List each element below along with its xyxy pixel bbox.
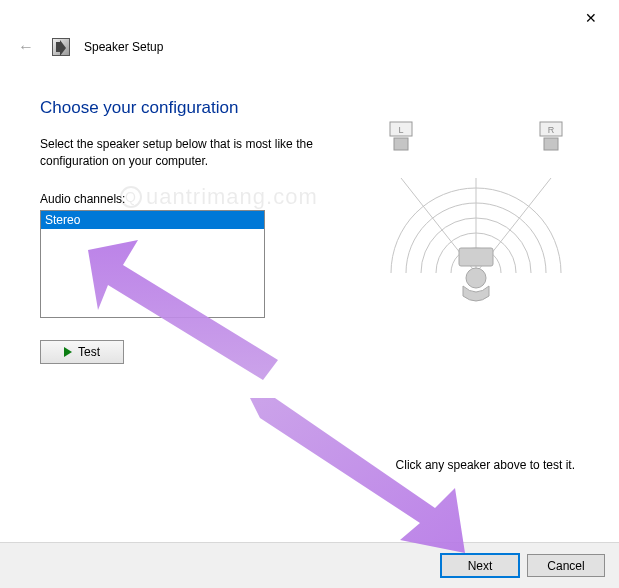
cancel-button-label: Cancel xyxy=(547,559,584,573)
titlebar: ✕ xyxy=(0,0,619,32)
test-button-label: Test xyxy=(78,345,100,359)
cancel-button[interactable]: Cancel xyxy=(527,554,605,577)
play-icon xyxy=(64,347,72,357)
close-button[interactable]: ✕ xyxy=(571,4,611,32)
svg-rect-5 xyxy=(544,138,558,150)
window-title: Speaker Setup xyxy=(84,40,163,54)
hint-text: Click any speaker above to test it. xyxy=(396,458,575,472)
right-speaker-icon[interactable]: R xyxy=(540,122,562,150)
svg-rect-3 xyxy=(394,138,408,150)
svg-point-8 xyxy=(466,268,486,288)
svg-rect-7 xyxy=(459,248,493,266)
button-bar: Next Cancel xyxy=(0,542,619,588)
watermark-icon: Q xyxy=(120,186,142,208)
description-text: Select the speaker setup below that is m… xyxy=(40,136,320,170)
back-arrow-icon[interactable]: ← xyxy=(14,38,38,56)
left-speaker-label: L xyxy=(398,125,403,135)
svg-marker-10 xyxy=(250,398,465,553)
next-button-label: Next xyxy=(468,559,493,573)
list-item-stereo[interactable]: Stereo xyxy=(41,211,264,229)
content-area: Choose your configuration Select the spe… xyxy=(0,62,619,364)
watermark: Q uantrimang.com xyxy=(120,184,318,210)
wizard-header: ← Speaker Setup xyxy=(0,32,619,62)
watermark-text: uantrimang.com xyxy=(146,184,318,210)
speaker-icon xyxy=(52,38,70,56)
left-speaker-icon[interactable]: L xyxy=(390,122,412,150)
speaker-diagram[interactable]: L R xyxy=(361,118,591,318)
audio-channels-listbox[interactable]: Stereo xyxy=(40,210,265,318)
right-speaker-label: R xyxy=(548,125,555,135)
page-heading: Choose your configuration xyxy=(40,98,591,118)
close-icon: ✕ xyxy=(585,10,597,26)
next-button[interactable]: Next xyxy=(441,554,519,577)
test-button[interactable]: Test xyxy=(40,340,124,364)
